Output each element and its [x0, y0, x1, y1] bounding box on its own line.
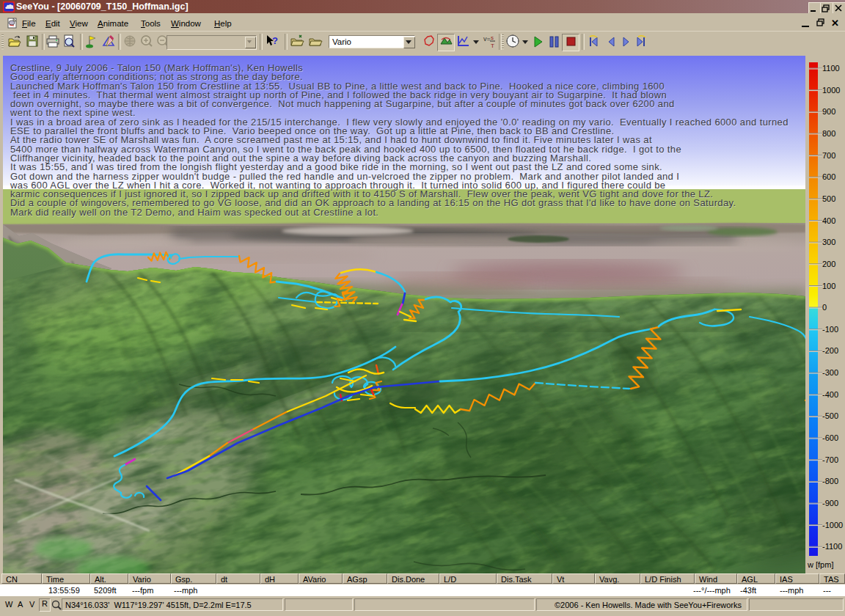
svg-text:T: T: [491, 43, 494, 49]
svg-text:-100: -100: [822, 325, 838, 334]
svg-text:500: 500: [822, 194, 835, 203]
svg-text:200: 200: [822, 260, 835, 268]
svg-text:-1100: -1100: [822, 542, 842, 551]
svg-text:-300: -300: [822, 368, 838, 377]
svg-text:-500: -500: [822, 411, 838, 420]
svg-text:w [fpm]: w [fpm]: [807, 560, 833, 569]
svg-text:v=: v=: [483, 35, 491, 43]
svg-text:-200: -200: [822, 346, 838, 355]
svg-text:900: 900: [822, 107, 835, 116]
svg-text:1000: 1000: [822, 86, 840, 95]
svg-text:-900: -900: [822, 499, 838, 507]
svg-text:-400: -400: [822, 390, 838, 399]
svg-text:800: 800: [822, 129, 835, 138]
svg-text:?: ?: [272, 35, 278, 46]
svg-text:400: 400: [822, 216, 835, 225]
svg-text:100: 100: [822, 282, 835, 290]
svg-text:600: 600: [822, 172, 835, 181]
svg-text:-800: -800: [822, 477, 838, 485]
svg-text:-600: -600: [822, 433, 838, 442]
svg-text:700: 700: [822, 151, 835, 160]
svg-text:1100: 1100: [822, 64, 840, 73]
svg-text:-1000: -1000: [822, 521, 843, 529]
svg-text:s: s: [491, 34, 494, 41]
svg-text:300: 300: [822, 238, 835, 246]
svg-text:-700: -700: [822, 455, 838, 464]
svg-text:0: 0: [822, 303, 827, 312]
